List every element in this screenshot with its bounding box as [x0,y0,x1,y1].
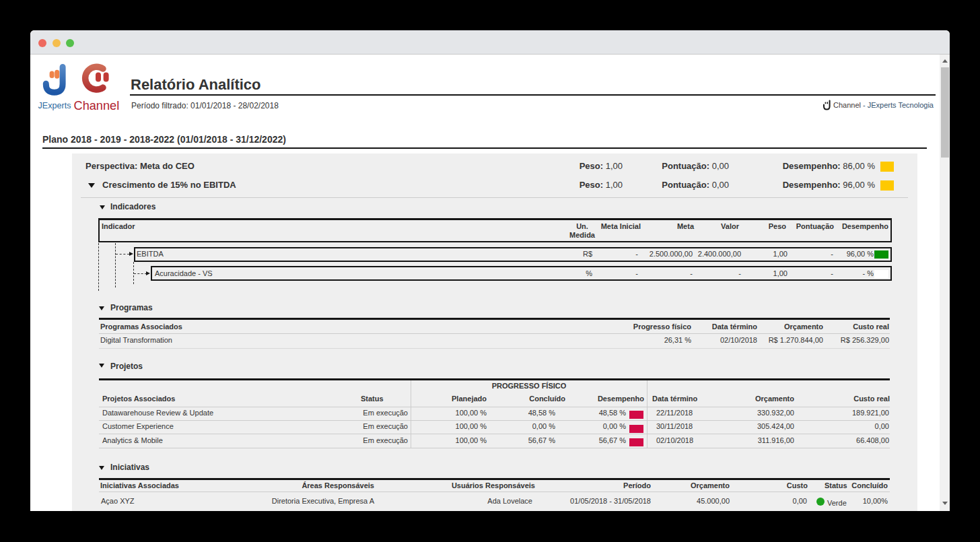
svg-text:JExperts: JExperts [38,101,71,110]
svg-text:Channel: Channel [74,99,120,112]
